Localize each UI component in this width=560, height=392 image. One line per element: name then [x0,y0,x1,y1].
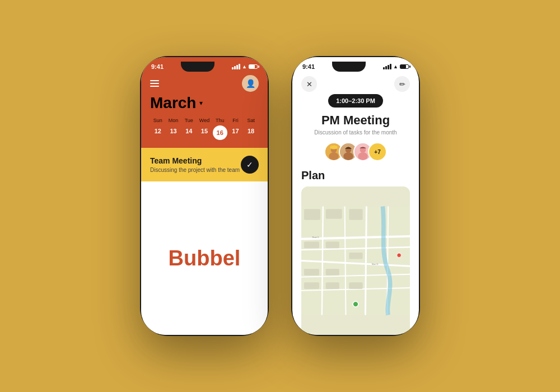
edit-button[interactable]: ✏ [394,76,410,92]
svg-point-3 [330,146,338,150]
user-avatar[interactable]: 👤 [242,75,259,92]
svg-rect-30 [349,282,362,289]
svg-rect-27 [349,253,362,259]
calendar-days: 12 13 14 15 16 17 18 [150,125,259,140]
phone2: 9:41 ▲ ✕ ✏ [291,56,420,336]
close-button[interactable]: ✕ [301,76,317,92]
svg-point-32 [397,253,402,258]
pm-meeting-desc: Discussion of tasks for the month [314,129,396,136]
svg-rect-29 [326,282,339,289]
pm-meeting-title: PM Meeting [321,113,390,128]
calendar-header: Sun Mon Tue Wed Thu Fri Sat [150,118,259,123]
brand-card: Bubbel [141,181,268,335]
svg-point-6 [343,152,353,160]
plan-heading: Plan [301,169,325,182]
svg-rect-21 [304,242,319,249]
map-view[interactable]: Road 1 Main St [301,186,410,335]
svg-rect-24 [349,209,362,220]
phone1: 9:41 ▲ [140,56,269,336]
svg-text:Main St: Main St [372,263,379,265]
active-day[interactable]: 16 [213,125,227,140]
meeting-desc: Discussing the project with the team [150,167,240,173]
signal-icon2 [383,64,391,69]
action-bar: ✕ ✏ [292,72,419,94]
svg-point-31 [353,301,358,307]
meeting-card: Team Meeting Discussing the project with… [141,148,268,181]
menu-button[interactable] [150,80,159,87]
svg-point-2 [329,152,339,160]
wifi-icon2: ▲ [393,64,398,69]
svg-rect-23 [326,242,339,249]
svg-point-9 [358,152,368,160]
month-chevron[interactable]: ▾ [199,99,203,107]
svg-line-18 [365,207,366,315]
notch-phone2 [332,62,366,72]
battery-icon2 [400,64,409,69]
attendees-row: +7 [324,142,387,161]
month-label: March [150,94,196,112]
wifi-icon: ▲ [242,64,247,69]
signal-icon [232,64,240,69]
notch-phone1 [181,62,214,72]
meeting-title: Team Meeting [150,156,240,165]
status-time-phone1: 9:41 [151,63,164,70]
svg-rect-26 [326,269,339,276]
svg-rect-25 [304,269,319,276]
svg-rect-22 [326,209,342,218]
status-time-phone2: 9:41 [302,63,315,70]
brand-name: Bubbel [169,246,241,270]
status-icons-phone1: ▲ [232,64,258,69]
extra-attendees-badge[interactable]: +7 [368,142,387,161]
status-icons-phone2: ▲ [383,64,409,69]
time-badge: 1:00–2:30 PM [328,94,383,108]
svg-rect-20 [304,209,320,220]
svg-text:Road 1: Road 1 [312,236,319,239]
complete-button[interactable]: ✓ [241,156,259,174]
battery-icon [249,64,258,69]
svg-rect-28 [304,282,319,289]
